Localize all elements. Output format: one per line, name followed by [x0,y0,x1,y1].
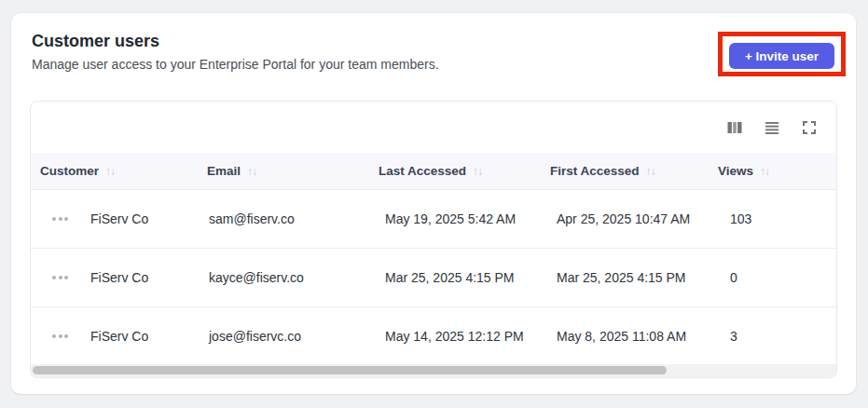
table-row[interactable]: FiServ Co jose@fiservc.co May 14, 2025 1… [31,307,836,366]
table-row[interactable]: FiServ Co kayce@fiserv.co Mar 25, 2025 4… [31,249,836,307]
fullscreen-icon[interactable] [801,119,818,136]
cell-views: 3 [730,329,836,344]
row-actions-menu-icon[interactable] [52,217,73,221]
column-header-last-accessed[interactable]: Last Accessed ↑↓ [379,164,550,178]
column-header-label: Views [718,164,753,178]
users-table: Customer ↑↓ Email ↑↓ Last Accessed ↑↓ Fi… [30,101,837,378]
column-header-label: Email [207,164,241,178]
sort-icon[interactable]: ↑↓ [247,165,256,178]
page-title: Customer users [32,32,159,51]
cell-customer: FiServ Co [90,211,209,226]
scrollbar-thumb[interactable] [33,366,667,374]
cell-first-accessed: May 8, 2025 11:08 AM [557,329,730,344]
cell-customer: FiServ Co [90,270,209,285]
sort-icon[interactable]: ↑↓ [760,165,769,178]
page-subtitle: Manage user access to your Enterprise Po… [32,57,439,72]
customer-users-card: Customer users Manage user access to you… [11,13,856,394]
row-height-icon[interactable] [764,119,780,136]
cell-email: sam@fiserv.co [209,211,385,226]
column-header-customer[interactable]: Customer ↑↓ [40,164,207,178]
column-header-label: Customer [40,164,99,178]
highlight-box-annotation: + Invite user [718,32,846,76]
cell-first-accessed: Mar 25, 2025 4:15 PM [557,270,730,285]
sort-icon[interactable]: ↑↓ [473,165,482,178]
columns-icon[interactable] [726,119,743,136]
table-body: FiServ Co sam@fiserv.co May 19, 2025 5:4… [31,190,836,366]
cell-email: jose@fiservc.co [209,329,385,344]
cell-last-accessed: Mar 25, 2025 4:15 PM [385,270,557,285]
table-header-row: Customer ↑↓ Email ↑↓ Last Accessed ↑↓ Fi… [31,153,836,190]
cell-customer: FiServ Co [90,329,209,344]
cell-views: 0 [730,270,836,285]
cell-first-accessed: Apr 25, 2025 10:47 AM [557,211,730,226]
table-toolbar [31,102,836,153]
cell-last-accessed: May 14, 2025 12:12 PM [385,329,557,344]
cell-last-accessed: May 19, 2025 5:42 AM [385,211,557,226]
column-header-email[interactable]: Email ↑↓ [207,164,379,178]
table-row[interactable]: FiServ Co sam@fiserv.co May 19, 2025 5:4… [31,190,836,249]
row-actions-menu-icon[interactable] [52,334,73,338]
sort-icon[interactable]: ↑↓ [105,165,115,178]
column-header-views[interactable]: Views ↑↓ [718,164,836,178]
cell-views: 103 [730,211,836,226]
horizontal-scrollbar[interactable] [31,364,836,377]
column-header-label: Last Accessed [379,164,466,178]
column-header-label: First Accessed [550,164,640,178]
row-actions-menu-icon[interactable] [52,276,73,279]
invite-user-button[interactable]: + Invite user [729,43,834,69]
cell-email: kayce@fiserv.co [209,270,385,285]
column-header-first-accessed[interactable]: First Accessed ↑↓ [550,164,718,178]
sort-icon[interactable]: ↑↓ [646,165,655,178]
